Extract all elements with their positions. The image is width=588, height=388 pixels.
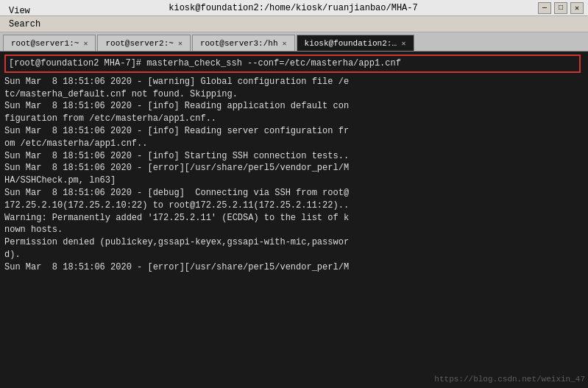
tab-3[interactable]: kiosk@foundation2:/h...✕ xyxy=(297,35,414,51)
window-controls: — □ ✕ xyxy=(538,2,584,14)
output-line: Sun Mar 8 18:51:06 2020 - [warning] Glob… xyxy=(4,76,584,88)
output-line: Sun Mar 8 18:51:06 2020 - [info] Startin… xyxy=(4,150,584,163)
menu-item-view[interactable]: View xyxy=(3,4,57,18)
tab-label-2: root@server3:/hh xyxy=(200,39,278,48)
tab-1[interactable]: root@server2:~✕ xyxy=(97,35,190,51)
title-bar: kiosk@foundation2:/home/kiosk/ruanjianba… xyxy=(0,0,588,16)
tab-label-3: kiosk@foundation2:/h... xyxy=(305,39,397,48)
output-line: Permission denied (publickey,gssapi-keye… xyxy=(4,236,584,249)
output-line: nown hosts. xyxy=(4,224,584,236)
tab-close-3[interactable]: ✕ xyxy=(402,39,406,48)
terminal-output: Sun Mar 8 18:51:06 2020 - [warning] Glob… xyxy=(4,76,584,274)
maximize-button[interactable]: □ xyxy=(554,2,567,14)
output-line: Warning: Permanently added '172.25.2.11'… xyxy=(4,212,584,225)
tab-label-0: root@server1:~ xyxy=(11,39,79,48)
tab-close-0[interactable]: ✕ xyxy=(83,39,88,48)
output-line: 172.25.2.10(172.25.2.10:22) to root@172.… xyxy=(4,200,584,212)
tabs-container: root@server1:~✕root@server2:~✕root@serve… xyxy=(3,35,414,51)
menu-item-search[interactable]: Search xyxy=(3,18,57,31)
output-line: Sun Mar 8 18:51:06 2020 - [error][/usr/s… xyxy=(4,162,584,174)
output-line: tc/masterha_default.cnf not found. Skipp… xyxy=(4,88,584,101)
tab-bar: root@server1:~✕root@server2:~✕root@serve… xyxy=(0,32,588,52)
terminal-area: [root@foundation2 MHA-7]# masterha_check… xyxy=(0,52,588,388)
command-line: [root@foundation2 MHA-7]# masterha_check… xyxy=(9,58,401,68)
output-line: Sun Mar 8 18:51:06 2020 - [debug] Connec… xyxy=(4,187,584,200)
output-line: om /etc/masterha/app1.cnf.. xyxy=(4,138,584,150)
output-line: Sun Mar 8 18:51:06 2020 - [error][/usr/s… xyxy=(4,261,584,274)
close-button[interactable]: ✕ xyxy=(570,2,584,14)
tab-0[interactable]: root@server1:~✕ xyxy=(3,35,96,51)
command-block: [root@foundation2 MHA-7]# masterha_check… xyxy=(4,54,581,73)
output-line: HA/SSHCheck.pm, ln63] xyxy=(4,174,584,187)
tab-close-1[interactable]: ✕ xyxy=(178,39,183,48)
menu-bar: FileEditViewSearchTerminalTabsHelp xyxy=(0,16,588,32)
output-line: d). xyxy=(4,249,584,261)
output-line: Sun Mar 8 18:51:06 2020 - [info] Reading… xyxy=(4,125,584,138)
tab-label-1: root@server2:~ xyxy=(105,39,173,48)
output-line: Sun Mar 8 18:51:06 2020 - [info] Reading… xyxy=(4,100,584,113)
tab-close-2[interactable]: ✕ xyxy=(283,39,287,48)
window-title: kiosk@foundation2:/home/kiosk/ruanjianba… xyxy=(49,3,538,13)
output-line: figuration from /etc/masterha/app1.cnf.. xyxy=(4,113,584,125)
tab-2[interactable]: root@server3:/hh✕ xyxy=(192,35,295,51)
minimize-button[interactable]: — xyxy=(538,2,551,14)
watermark: https://blog.csdn.net/weixin_47 xyxy=(434,374,585,385)
